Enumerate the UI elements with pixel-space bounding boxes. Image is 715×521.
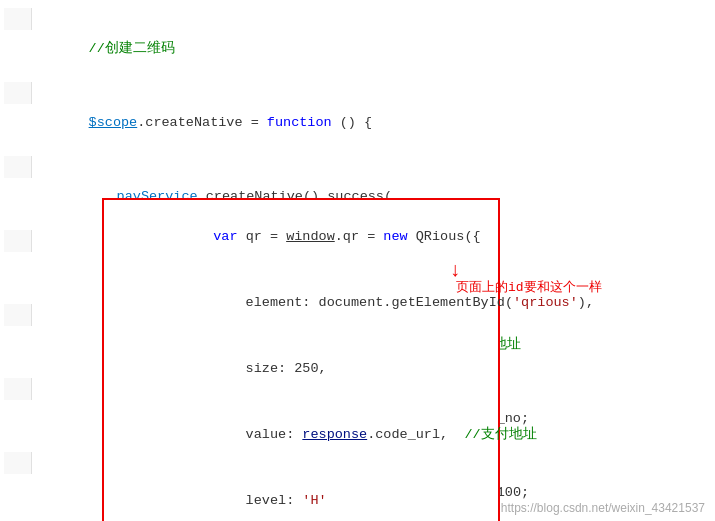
scope-token: $scope [89,115,138,130]
plain-token: QRious({ [408,229,481,244]
box-line-4: value: response.code_url, //支付地址 [104,402,498,468]
code-line-2: $scope.createNative = function () { [0,82,715,156]
annotation-text: 页面上的id要和这个一样 [456,278,602,296]
line-number [4,378,32,400]
line-content: level: 'H' [112,468,327,521]
line-content: //创建二维码 [32,16,175,82]
plain-token: qr = [238,229,287,244]
param-token: response [302,427,367,442]
line-number [4,8,32,30]
plain-token: () { [332,115,373,130]
line-number [4,156,32,178]
line-content: size: 250, [112,336,327,402]
line-number [4,304,32,326]
plain-token: window [286,229,335,244]
line-content: var qr = window.qr = new QRious({ [112,204,481,270]
comment-token: //创建二维码 [89,41,175,56]
box-line-3: size: 250, [104,336,498,402]
string-token: 'qrious' [513,295,578,310]
comment-token: //支付地址 [464,427,536,442]
plain-token [181,229,213,244]
plain-token: .code_url, [367,427,464,442]
keyword-token: new [383,229,407,244]
plain-token: ), [578,295,594,310]
plain-token: .getElementById( [383,295,513,310]
plain-token: .createNative = [137,115,267,130]
plain-token: size: 250, [181,361,327,376]
plain-token: document [319,295,384,310]
keyword-token: function [267,115,332,130]
line-content: $scope.createNative = function () { [32,90,372,156]
code-editor: //创建二维码 $scope.createNative = function (… [0,0,715,521]
string-token: 'H' [302,493,326,508]
plain-token: element: [181,295,319,310]
code-line-1: //创建二维码 [0,8,715,82]
plain-token: level: [181,493,303,508]
box-line-1: var qr = window.qr = new QRious({ [104,204,498,270]
line-content: value: response.code_url, //支付地址 [112,402,537,468]
keyword-token: var [213,229,237,244]
box-line-5: level: 'H' [104,468,498,521]
line-number [4,230,32,252]
box-line-2: element: document.getElementById('qrious… [104,270,498,336]
line-number [4,452,32,474]
watermark: https://blog.csdn.net/weixin_43421537 [501,501,705,515]
plain-token: .qr = [335,229,384,244]
line-number [4,82,32,104]
highlight-box: var qr = window.qr = new QRious({ elemen… [102,198,500,521]
plain-token: value: [181,427,303,442]
